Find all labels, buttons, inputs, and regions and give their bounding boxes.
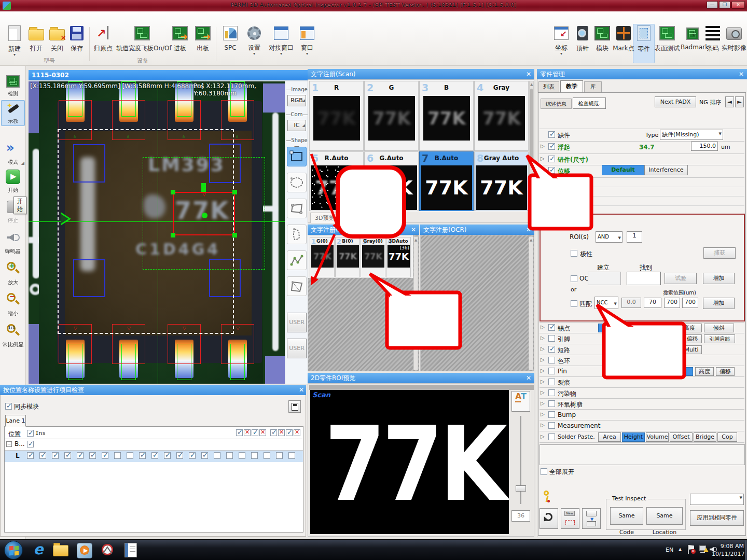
pos-check-2[interactable]	[52, 452, 59, 459]
expand-arrow-icon[interactable]: ▷	[541, 357, 545, 362]
part-panel-header[interactable]: 零件管理	[537, 69, 747, 79]
match-tile-gray[interactable]: 3 Gray(0) 77K	[361, 237, 385, 277]
paste-area-button[interactable]: Area	[598, 432, 621, 442]
ribbon-board-in-button[interactable]: ➜ 进板	[169, 25, 191, 53]
subtab-summary[interactable]: 综述信息	[541, 99, 572, 109]
ribbon-open-button[interactable]: 打开	[26, 25, 47, 53]
ng-sort-prev-button[interactable]: ◄	[725, 96, 734, 107]
header-check-all-icon[interactable]	[252, 429, 258, 436]
pos-check-15[interactable]	[214, 452, 220, 459]
part-panel-close-icon[interactable]: ✕	[737, 69, 746, 79]
pos-check-19[interactable]	[264, 452, 270, 459]
shape-ellipse-tool[interactable]	[287, 173, 307, 192]
threshold-slider-handle[interactable]	[516, 485, 526, 492]
pos-check-0[interactable]	[27, 452, 34, 459]
scan-tile-r-auto[interactable]: 5R.Auto 77K	[309, 151, 364, 211]
header-check-all-icon[interactable]	[270, 429, 277, 436]
scan-tile-gray[interactable]: 4Gray 77K	[474, 81, 529, 151]
roi-rotate-handle[interactable]	[201, 183, 206, 192]
shift-checkbox[interactable]	[548, 167, 555, 174]
taskbar-explorer-button[interactable]	[53, 545, 68, 556]
sidebar-item-inspect[interactable]: 检测	[1, 74, 25, 97]
position-panel-header[interactable]: 按位置名称设置进行项目检查	[0, 385, 306, 395]
ribbon-window-button[interactable]: 窗口▾	[297, 25, 317, 55]
epoxy-checkbox[interactable]	[548, 400, 555, 407]
pos-check-9[interactable]	[139, 452, 146, 459]
close-button[interactable]: ✕	[731, 1, 745, 9]
solder-paste-checkbox[interactable]	[548, 433, 555, 440]
save-layout-button[interactable]	[288, 400, 301, 413]
pos-check-6[interactable]	[102, 452, 108, 459]
empty-listbox[interactable]	[540, 444, 745, 465]
ocr-add-button[interactable]: 增加	[703, 273, 735, 284]
solder-tilt-button[interactable]: 倾斜	[704, 324, 734, 332]
lift-checkbox[interactable]	[548, 143, 555, 150]
ocr-build-field[interactable]	[588, 272, 621, 285]
expand-arrow-icon[interactable]: ▷	[541, 156, 545, 161]
paste-bridge-button[interactable]: Bridge	[694, 432, 716, 442]
pos-check-10[interactable]	[151, 452, 158, 459]
header-x-icon[interactable]: ✕	[259, 429, 266, 436]
polarity-checkbox[interactable]	[571, 250, 577, 257]
next-padx-button[interactable]: Next PADX	[655, 96, 696, 107]
ribbon-new-button[interactable]: 新建▾	[4, 25, 25, 57]
sidebar-item-buzzer[interactable]: 蜂鸣器	[1, 231, 25, 255]
sidebar-item-start[interactable]: ▶ 开始	[1, 170, 25, 194]
ribbon-ejector-pin-button[interactable]: 顶针	[573, 25, 592, 53]
new-part-button[interactable]: New	[561, 508, 579, 529]
ocr-panel-close-icon[interactable]: ✕	[524, 225, 533, 235]
expand-arrow-icon[interactable]: ▷	[541, 335, 545, 341]
paste-volume-button[interactable]: Volume	[646, 432, 669, 442]
taskbar-ie-button[interactable]: e	[29, 541, 48, 559]
ribbon-part-button[interactable]: 零件	[634, 25, 654, 53]
position-panel-close-icon[interactable]: ✕	[297, 385, 306, 395]
pos-check-5[interactable]	[89, 452, 96, 459]
ribbon-mark-point-button[interactable]: Mark点	[612, 25, 635, 53]
ins-checkbox[interactable]	[27, 430, 34, 437]
ribbon-board-out-button[interactable]: ➜ 出板	[192, 25, 214, 53]
pos-check-7[interactable]	[114, 452, 121, 459]
pos-check-3[interactable]	[64, 452, 71, 459]
sync-parts-button[interactable]	[540, 508, 558, 529]
covered-button-fragment[interactable]	[598, 324, 605, 332]
scan-tile-g-auto[interactable]: 6G.Auto 77K	[364, 151, 419, 211]
pos-check-20[interactable]	[276, 452, 283, 459]
expand-arrow-icon[interactable]: ▷	[541, 346, 545, 352]
roi-operator-dropdown[interactable]: AND	[596, 231, 622, 243]
ribbon-rail-width-button[interactable]: 轨道宽度飞板On/Of	[116, 25, 168, 53]
minimize-button[interactable]: —	[707, 1, 718, 9]
ribbon-settings-button[interactable]: 设置▾	[243, 25, 266, 55]
match-method-dropdown[interactable]: NCC	[594, 297, 618, 309]
scan-tile-b-auto-selected[interactable]: 7B.Auto 77K	[419, 151, 474, 211]
ribbon-dock-window-button[interactable]: 对接窗口▾	[267, 25, 296, 55]
rgb-button[interactable]: RGB◢	[287, 95, 306, 106]
pos-check-12[interactable]	[176, 452, 183, 459]
shift-default-button[interactable]: Default	[602, 165, 644, 175]
ribbon-coordinate-button[interactable]: 坐标▾	[551, 25, 572, 55]
lead-offset-button[interactable]: 偏移	[683, 334, 702, 343]
match-panel-header[interactable]: 文字注册(匹配)	[308, 225, 419, 235]
scan-panel-close-icon[interactable]: ✕	[524, 69, 533, 79]
header-x-icon[interactable]: ✕	[244, 429, 251, 436]
auto-threshold-button[interactable]: AT	[511, 391, 530, 412]
crack-checkbox[interactable]	[548, 379, 555, 385]
shape-points-tool[interactable]	[287, 250, 307, 270]
expand-arrow-icon[interactable]: ▷	[541, 379, 545, 384]
action-center-flag-icon[interactable]: ✕	[688, 545, 696, 554]
pos-check-14[interactable]	[201, 452, 208, 459]
ribbon-surface-test-button[interactable]: 表面测试	[654, 25, 681, 53]
tab-library[interactable]: 库	[584, 81, 602, 92]
scan-tile-gray-auto[interactable]: 8Gray Auto 77K	[474, 151, 529, 211]
scan-tile-b[interactable]: 3B 77K	[419, 81, 474, 151]
sync-module-checkbox[interactable]	[5, 403, 12, 410]
taskbar-notepad-button[interactable]	[125, 543, 137, 557]
match-checkbox[interactable]	[571, 300, 577, 307]
expand-all-checkbox[interactable]	[541, 468, 547, 475]
ocr-scrollbar[interactable]: ▲	[529, 236, 533, 370]
search-x-field[interactable]: 700	[664, 298, 680, 308]
match-score-field[interactable]: 0.0	[621, 298, 641, 308]
short-multi-button[interactable]: Multi	[681, 345, 702, 354]
match-panel-close-icon[interactable]: ✕	[409, 225, 418, 235]
same-code-button[interactable]: Same Code	[610, 507, 643, 525]
roi2d-panel-header[interactable]: 2D零件ROI预览	[308, 373, 534, 383]
